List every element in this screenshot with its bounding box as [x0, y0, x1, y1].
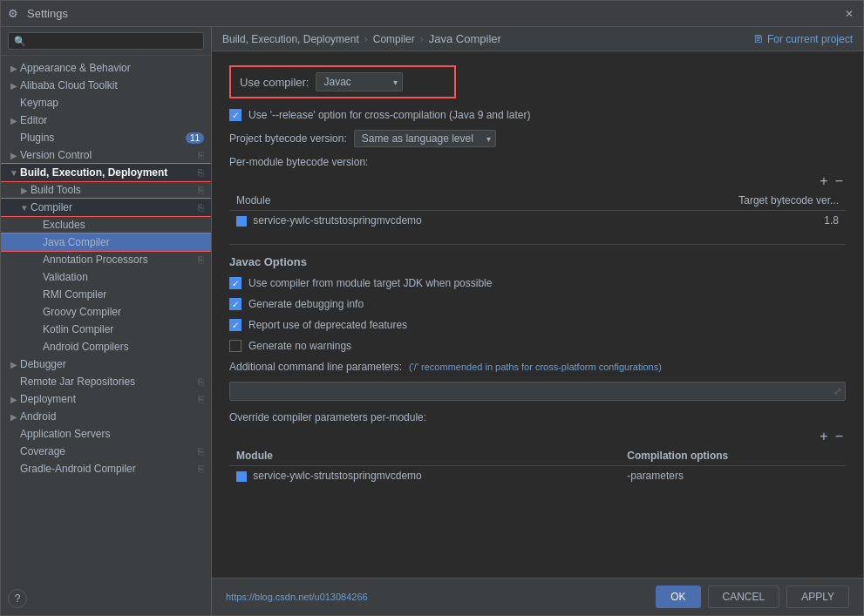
expand-arrow: ▶ — [8, 410, 20, 423]
no-warnings-row: Generate no warnings — [229, 340, 846, 352]
sidebar-item-compiler[interactable]: ▼ Compiler ⎘ — [1, 199, 211, 216]
copy-icon: ⎘ — [198, 394, 204, 404]
use-module-label: Use compiler from module target JDK when… — [248, 277, 492, 289]
release-option-row: Use '--release' option for cross-compila… — [229, 109, 846, 121]
breadcrumb-project: 🖹 For current project — [753, 33, 853, 45]
right-panel: Build, Execution, Deployment › Compiler … — [212, 27, 863, 615]
project-icon: 🖹 — [753, 33, 764, 45]
use-module-target-row: Use compiler from module target JDK when… — [229, 277, 846, 289]
generate-debug-row: Generate debugging info — [229, 298, 846, 310]
release-checkbox[interactable] — [229, 109, 242, 121]
sidebar-item-label: Groovy Compiler — [43, 306, 204, 318]
copy-icon: ⎘ — [198, 376, 204, 387]
sidebar-item-alibaba[interactable]: ▶ Alibaba Cloud Toolkit — [1, 77, 211, 94]
no-warnings-checkbox[interactable] — [229, 340, 242, 352]
sidebar-item-build-execution[interactable]: ▼ Build, Execution, Deployment ⎘ — [1, 164, 211, 181]
window-icon: ⚙ — [8, 7, 22, 21]
sidebar-item-keymap[interactable]: Keymap — [1, 94, 211, 112]
sidebar-item-deployment[interactable]: ▶ Deployment ⎘ — [1, 390, 211, 408]
sidebar-item-version-control[interactable]: ▶ Version Control ⎘ — [1, 146, 211, 164]
footer-buttons: https://blog.csdn.net/u013084266 OK CANC… — [212, 578, 863, 615]
help-button[interactable]: ? — [8, 589, 27, 608]
expand-arrow — [31, 254, 43, 266]
bytecode-label: Project bytecode version: — [229, 132, 347, 145]
footer-url: https://blog.csdn.net/u013084266 — [226, 592, 368, 602]
cmd-params-hint: ('/' recommended in paths for cross-plat… — [409, 362, 662, 372]
sidebar-item-label: Version Control — [20, 149, 194, 161]
cancel-button[interactable]: CANCEL — [708, 586, 780, 608]
sidebar-item-android[interactable]: ▶ Android — [1, 408, 211, 425]
settings-window: ⚙ Settings ✕ 🔍 ▶ Appearance & Behavior — [0, 0, 864, 616]
sidebar-item-label: Plugins — [20, 132, 182, 144]
sidebar-item-label: Build Tools — [31, 184, 194, 196]
sidebar-search-bar: 🔍 — [1, 27, 211, 56]
ok-button[interactable]: OK — [656, 586, 700, 608]
use-module-checkbox[interactable] — [229, 277, 242, 289]
copy-icon: ⎘ — [198, 254, 204, 265]
expand-arrow — [8, 376, 20, 388]
override-module-name: service-ywlc-strutstospringmvcdemo — [229, 466, 620, 486]
sidebar-item-coverage[interactable]: Coverage ⎘ — [1, 443, 211, 460]
sidebar-item-groovy[interactable]: Groovy Compiler — [1, 303, 211, 321]
override-options-header: Compilation options — [620, 446, 846, 466]
sidebar-item-label: Build, Execution, Deployment — [20, 166, 194, 179]
sidebar-item-build-tools[interactable]: ▶ Build Tools ⎘ — [1, 181, 211, 199]
expand-arrow: ▶ — [8, 358, 20, 370]
remove-override-button[interactable]: − — [833, 429, 846, 444]
expand-arrow — [31, 288, 43, 301]
expand-icon[interactable]: ⤢ — [833, 385, 842, 397]
sidebar-item-android-compilers[interactable]: Android Compilers — [1, 338, 211, 355]
expand-arrow: ▶ — [8, 79, 20, 91]
sidebar-item-debugger[interactable]: ▶ Debugger — [1, 355, 211, 373]
bytecode-select[interactable]: Same as language level 1.6 1.7 1.8 — [354, 130, 496, 147]
override-module-text: service-ywlc-strutstospringmvcdemo — [253, 470, 421, 482]
sidebar-item-label: Android — [20, 410, 204, 423]
sidebar-item-gradle-android[interactable]: Gradle-Android Compiler ⎘ — [1, 460, 211, 477]
search-input[interactable] — [30, 35, 198, 47]
override-plus-minus: + − — [817, 429, 846, 444]
sidebar-item-kotlin[interactable]: Kotlin Compiler — [1, 321, 211, 338]
deprecated-label: Report use of deprecated features — [248, 319, 407, 331]
sidebar-item-label: Editor — [20, 114, 204, 126]
deprecated-checkbox[interactable] — [229, 319, 242, 331]
sidebar-item-label: Keymap — [20, 97, 204, 109]
add-module-button[interactable]: + — [817, 173, 830, 189]
compiler-select[interactable]: Javac Eclipse Ajc — [316, 72, 403, 91]
sidebar-item-remote-jar[interactable]: Remote Jar Repositories ⎘ — [1, 373, 211, 390]
sidebar-item-editor[interactable]: ▶ Editor — [1, 112, 211, 129]
expand-arrow — [8, 428, 20, 440]
copy-icon: ⎘ — [198, 150, 204, 160]
sidebar-item-rmi[interactable]: RMI Compiler — [1, 286, 211, 303]
copy-icon: ⎘ — [198, 167, 204, 178]
project-label: For current project — [767, 33, 853, 45]
sidebar-item-app-servers[interactable]: Application Servers — [1, 425, 211, 443]
plus-minus-controls: + − — [817, 173, 846, 189]
sidebar-item-label: Java Compiler — [43, 236, 204, 248]
expand-arrow — [8, 132, 20, 144]
sidebar-item-validation[interactable]: Validation — [1, 268, 211, 286]
sidebar-item-java-compiler[interactable]: Java Compiler — [1, 234, 211, 251]
cmd-input[interactable] — [229, 382, 846, 401]
sidebar-item-appearance[interactable]: ▶ Appearance & Behavior — [1, 59, 211, 77]
apply-button[interactable]: APPLY — [786, 586, 849, 608]
expand-arrow — [31, 236, 43, 248]
remove-module-button[interactable]: − — [833, 173, 846, 189]
sidebar-item-plugins[interactable]: Plugins 11 — [1, 129, 211, 146]
bytecode-select-wrapper: Same as language level 1.6 1.7 1.8 ▾ — [354, 130, 496, 147]
breadcrumb-sep-1: › — [364, 33, 368, 45]
sidebar-item-excludes[interactable]: Excludes — [1, 216, 211, 234]
close-button[interactable]: ✕ — [842, 7, 856, 21]
cmd-params-row: Additional command line parameters: ('/'… — [229, 361, 846, 373]
add-override-button[interactable]: + — [817, 429, 830, 444]
expand-arrow — [31, 306, 43, 318]
sidebar-item-label: RMI Compiler — [43, 288, 204, 301]
cmd-input-row: ⤢ — [229, 382, 846, 401]
settings-content: Use compiler: Javac Eclipse Ajc ▾ Use '-… — [212, 51, 863, 578]
table-controls: + − — [229, 173, 846, 189]
module-version-cell: 1.8 — [622, 211, 846, 231]
expand-arrow — [31, 341, 43, 353]
expand-arrow — [31, 271, 43, 283]
sidebar-item-annotation[interactable]: Annotation Processors ⎘ — [1, 251, 211, 268]
generate-debug-checkbox[interactable] — [229, 298, 242, 310]
plugins-badge: 11 — [186, 132, 204, 144]
